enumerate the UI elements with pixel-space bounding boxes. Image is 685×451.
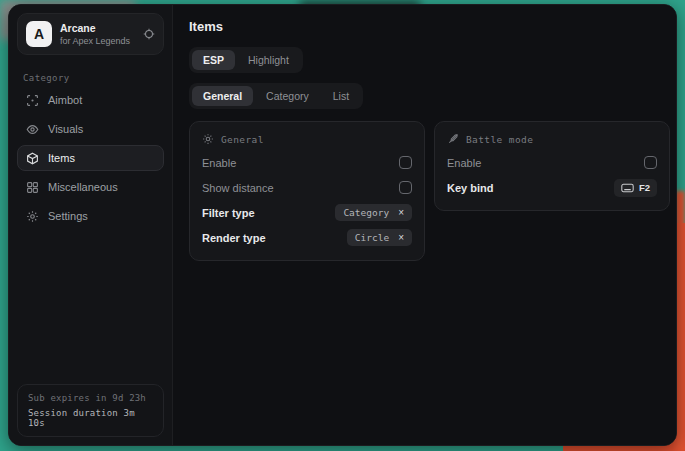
sword-icon <box>447 133 459 145</box>
page-title: Items <box>189 19 670 34</box>
app-name: Arcane <box>60 22 135 34</box>
filter-type-chip[interactable]: Category × <box>335 204 412 221</box>
sidebar-nav: Aimbot Visuals Items <box>9 87 172 229</box>
sub-expires-text: Sub expires in 9d 23h <box>28 393 153 403</box>
show-distance-row: Show distance <box>202 175 412 200</box>
keyboard-icon <box>621 183 634 193</box>
enable-checkbox[interactable] <box>399 156 412 169</box>
battle-enable-checkbox[interactable] <box>644 156 657 169</box>
sidebar-item-label: Settings <box>48 210 88 222</box>
main-content: Items ESP Highlight General Category Lis… <box>173 5 677 445</box>
render-type-label: Render type <box>202 232 266 244</box>
cube-icon <box>26 152 39 165</box>
sidebar-item-settings[interactable]: Settings <box>17 203 164 229</box>
grid-icon <box>26 181 39 194</box>
session-duration-text: Session duration 3m 10s <box>28 408 153 428</box>
sidebar-section-label: Category <box>23 73 158 83</box>
general-panel: General Enable Show distance Filter type… <box>189 121 425 261</box>
tab-highlight[interactable]: Highlight <box>237 50 300 70</box>
view-tab-group: General Category List <box>189 83 363 109</box>
subscription-card: Sub expires in 9d 23h Session duration 3… <box>17 384 164 437</box>
battle-enable-label: Enable <box>447 157 481 169</box>
sidebar-item-label: Miscellaneous <box>48 181 118 193</box>
close-icon[interactable]: × <box>398 208 404 218</box>
battle-mode-panel-title: Battle mode <box>466 134 533 145</box>
battle-mode-panel: Battle mode Enable Key bind <box>434 121 670 211</box>
eye-icon <box>26 123 39 136</box>
render-type-chip[interactable]: Circle × <box>347 229 412 246</box>
tab-esp[interactable]: ESP <box>192 50 235 70</box>
brand-card: A Arcane for Apex Legends <box>17 13 164 55</box>
tab-category[interactable]: Category <box>255 86 320 106</box>
enable-label: Enable <box>202 157 236 169</box>
general-panel-title: General <box>221 134 264 145</box>
sidebar-item-miscellaneous[interactable]: Miscellaneous <box>17 174 164 200</box>
show-distance-label: Show distance <box>202 182 274 194</box>
enable-row: Enable <box>202 150 412 175</box>
crosshair-icon <box>26 94 39 107</box>
close-icon[interactable]: × <box>398 233 404 243</box>
sidebar: A Arcane for Apex Legends Category <box>9 5 173 445</box>
tab-general[interactable]: General <box>192 86 253 106</box>
app-subtitle: for Apex Legends <box>60 36 135 46</box>
filter-type-row: Filter type Category × <box>202 200 412 225</box>
mode-tab-group: ESP Highlight <box>189 47 303 73</box>
sidebar-item-label: Items <box>48 152 75 164</box>
brand-text: Arcane for Apex Legends <box>60 22 135 46</box>
target-icon[interactable] <box>143 28 155 40</box>
filter-type-value: Category <box>343 207 389 218</box>
battle-mode-panel-header: Battle mode <box>447 133 657 145</box>
render-type-row: Render type Circle × <box>202 225 412 250</box>
battle-enable-row: Enable <box>447 150 657 175</box>
gear-icon <box>26 210 39 223</box>
key-bind-value: F2 <box>639 182 650 193</box>
sidebar-item-label: Aimbot <box>48 94 82 106</box>
app-logo: A <box>26 21 52 47</box>
general-panel-header: General <box>202 133 412 145</box>
sidebar-item-items[interactable]: Items <box>17 145 164 171</box>
panels-row: General Enable Show distance Filter type… <box>189 121 670 261</box>
key-bind-button[interactable]: F2 <box>614 179 657 197</box>
show-distance-checkbox[interactable] <box>399 181 412 194</box>
render-type-value: Circle <box>355 232 389 243</box>
sidebar-item-visuals[interactable]: Visuals <box>17 116 164 142</box>
sun-icon <box>202 133 214 145</box>
sidebar-item-aimbot[interactable]: Aimbot <box>17 87 164 113</box>
sidebar-item-label: Visuals <box>48 123 83 135</box>
key-bind-label: Key bind <box>447 182 493 194</box>
filter-type-label: Filter type <box>202 207 255 219</box>
key-bind-row: Key bind F2 <box>447 175 657 200</box>
tab-list[interactable]: List <box>322 86 360 106</box>
app-window: A Arcane for Apex Legends Category <box>8 4 677 446</box>
